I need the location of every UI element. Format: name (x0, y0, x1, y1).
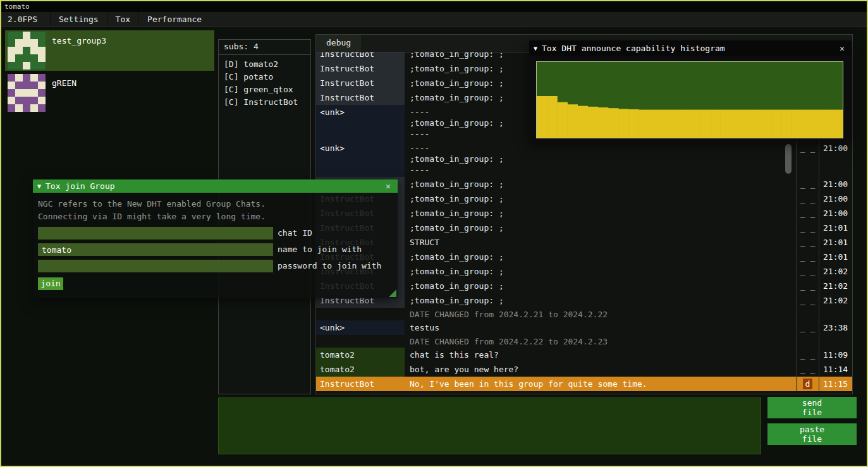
join-name-input[interactable] (38, 243, 273, 256)
member-item[interactable]: [C] green_qtox (224, 83, 305, 96)
chat-time: 21:00 (819, 177, 852, 191)
member-item[interactable]: [C] InstructBot (224, 96, 305, 109)
join-name-label: name to join with (278, 243, 362, 256)
chat-message: ;tomato_in_group: ; (405, 177, 796, 191)
menubar: 2.0FPS SettingsToxPerformance (1, 12, 867, 27)
histogram-titlebar[interactable]: ▼ Tox DHT announce capability histogram … (529, 40, 852, 56)
join-window-titlebar[interactable]: ▼ Tox join Group ✕ (33, 179, 398, 193)
chat-time: 21:02 (819, 293, 852, 308)
chat-sender: InstructBot (316, 52, 405, 61)
chat-time (819, 335, 852, 348)
chat-flags: _ _ (796, 141, 819, 177)
chat-row[interactable]: tomato2bot, are you new here?_ _11:14 (316, 362, 852, 377)
chat-time: 11:15 (819, 377, 852, 391)
paste-file-button[interactable]: paste file (767, 423, 857, 445)
chat-time: 11:14 (819, 362, 852, 377)
histogram-plot (536, 61, 843, 138)
chat-time (819, 308, 852, 320)
chat-time: 11:09 (819, 348, 852, 362)
chat-flags (796, 308, 819, 320)
close-icon[interactable]: ✕ (837, 44, 847, 53)
chat-time: 21:02 (819, 279, 852, 293)
titlebar: tomato (1, 1, 867, 12)
chat-flags (796, 335, 819, 348)
chat-sender: InstructBot (316, 90, 405, 105)
subs-label: subs: 4 (224, 42, 259, 51)
chat-flags: _ _ (796, 250, 819, 264)
chat-sender: tomato2 (316, 348, 405, 362)
chat-sender: InstructBot (316, 377, 405, 391)
chat-message: testus (405, 320, 796, 335)
chat-flags: _ _ (796, 362, 819, 377)
chat-sender: <unk> (316, 141, 405, 177)
chat-date-row: DATE CHANGED from 2024.2.21 to 2024.2.22 (316, 308, 852, 320)
chat-time: 21:00 (819, 191, 852, 206)
group-name: test_group3 (52, 36, 106, 45)
chat-row[interactable]: InstructBotNo, I've been in this group f… (316, 377, 852, 391)
close-icon[interactable]: ✕ (383, 181, 393, 191)
tab-debug[interactable]: debug (316, 35, 361, 52)
chat-flags: _ _ (796, 221, 819, 235)
chat-message: ;tomato_in_group: ; (405, 279, 796, 293)
message-input[interactable] (218, 397, 761, 454)
chat-message: ;tomato_in_group: ; (405, 293, 796, 308)
chat-row[interactable]: <unk>---- ;tomato_in_group: ; ----_ _21:… (316, 141, 852, 177)
group-item-test_group3[interactable]: test_group3 (5, 30, 214, 71)
chat-message: ;tomato_in_group: ; (405, 206, 796, 221)
member-item[interactable]: [C] potato (224, 71, 305, 83)
chat-flags: _ _ (796, 191, 819, 206)
collapse-arrow-icon[interactable]: ▼ (534, 45, 537, 52)
dht-histogram-window: ▼ Tox DHT announce capability histogram … (529, 40, 852, 142)
chat-message: ;tomato_in_group: ; (405, 191, 796, 206)
chat-message: bot, are you new here? (405, 362, 796, 377)
chat-sender (316, 308, 405, 320)
menu-item-settings[interactable]: Settings (50, 12, 107, 27)
resize-grip[interactable] (389, 289, 396, 297)
chat-time: 21:02 (819, 264, 852, 279)
fps-readout: 2.0FPS (1, 12, 44, 27)
join-button[interactable]: join (38, 277, 63, 290)
chat-sender: InstructBot (316, 76, 405, 90)
chat-flags: _ _ (796, 206, 819, 221)
chat-flags: _ _ (796, 235, 819, 250)
group-item-gREEN[interactable]: gREEN (5, 73, 214, 113)
chat-time: 21:00 (819, 141, 852, 177)
chat-message: chat is this real? (405, 348, 796, 362)
chat-message: ;tomato_in_group: ; (405, 221, 796, 235)
group-avatar (8, 74, 46, 112)
chat-flags: _ _ (796, 293, 819, 308)
chat-message: ;tomato_in_group: ; (405, 264, 796, 279)
chat-id-label: chat ID (278, 227, 312, 240)
chat-scrollbar-thumb[interactable] (785, 144, 792, 174)
chat-time: 21:01 (819, 221, 852, 235)
chat-message: No, I've been in this group for quite so… (405, 377, 796, 391)
join-window-title: Tox join Group (46, 181, 115, 191)
chat-flags: _ _ (796, 177, 819, 191)
chat-row[interactable]: tomato2chat is this real?_ _11:09 (316, 348, 852, 362)
chat-flags: _ _ (796, 320, 819, 335)
join-password-label: password to join with (278, 260, 381, 272)
join-password-input[interactable] (38, 260, 273, 272)
menu-item-tox[interactable]: Tox (107, 12, 138, 27)
chat-message: DATE CHANGED from 2024.2.21 to 2024.2.22 (405, 308, 796, 320)
chat-row[interactable]: <unk>testus_ _23:38 (316, 320, 852, 335)
chat-date-row: DATE CHANGED from 2024.2.22 to 2024.2.23 (316, 335, 852, 348)
chat-sender (316, 335, 405, 348)
chat-message: DATE CHANGED from 2024.2.22 to 2024.2.23 (405, 335, 796, 348)
collapse-arrow-icon[interactable]: ▼ (37, 183, 41, 190)
chat-sender: <unk> (316, 105, 405, 141)
chat-sender: <unk> (316, 320, 405, 335)
chat-time: 21:01 (819, 250, 852, 264)
chat-message: ;tomato_in_group: ; (405, 250, 796, 264)
group-avatar (8, 32, 46, 70)
join-desc-line1: NGC refers to the New DHT enabled Group … (33, 198, 398, 210)
histogram-window-title: Tox DHT announce capability histogram (542, 44, 725, 53)
member-item[interactable]: [D] tomato2 (224, 58, 305, 71)
group-list: test_group3gREEN (5, 30, 214, 157)
menu-item-performance[interactable]: Performance (138, 12, 210, 27)
histogram-svg (537, 62, 843, 138)
chat-message: STRUCT (405, 235, 796, 250)
send-file-button[interactable]: send file (767, 397, 857, 418)
chat-time: 23:38 (819, 320, 852, 335)
chat-id-input[interactable] (38, 227, 273, 240)
